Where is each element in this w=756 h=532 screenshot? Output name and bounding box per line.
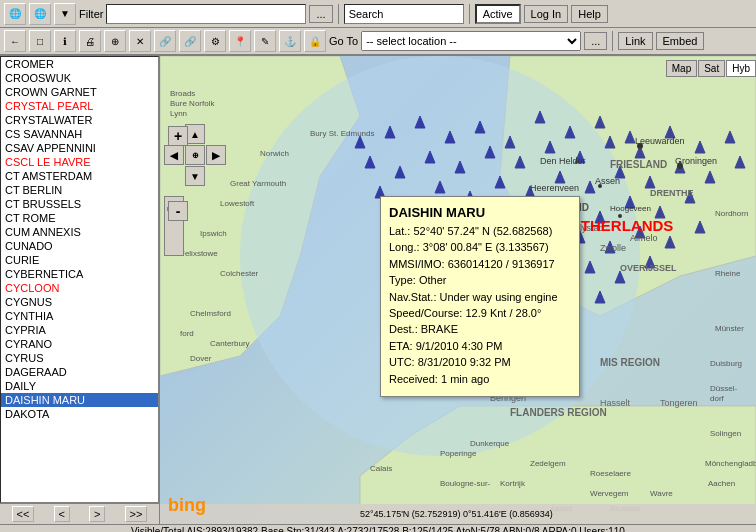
goto-dots-btn[interactable]: ... (584, 32, 607, 50)
svg-text:Nordhorn: Nordhorn (715, 209, 748, 218)
tb2-icon-11[interactable]: ✎ (254, 30, 276, 52)
tb2-icon-10[interactable]: 📍 (229, 30, 251, 52)
list-item[interactable]: DAILY (1, 379, 158, 393)
list-item[interactable]: CT BRUSSELS (1, 197, 158, 211)
sat-btn[interactable]: Sat (698, 60, 725, 77)
tb2-icon-4[interactable]: 🖨 (79, 30, 101, 52)
tb2-icon-9[interactable]: ⚙ (204, 30, 226, 52)
list-item[interactable]: CROOSWUK (1, 71, 158, 85)
svg-text:Felixstowe: Felixstowe (180, 249, 218, 258)
pan-up-btn[interactable]: ▲ (185, 124, 205, 144)
svg-text:Düssel-: Düssel- (710, 384, 737, 393)
list-item[interactable]: CT AMSTERDAM (1, 169, 158, 183)
tb2-icon-13[interactable]: 🔒 (304, 30, 326, 52)
tb2-icon-5[interactable]: ⊕ (104, 30, 126, 52)
tb2-icon-6[interactable]: ✕ (129, 30, 151, 52)
nav-last-btn[interactable]: >> (125, 506, 148, 522)
list-item[interactable]: DAISHIN MARU (1, 393, 158, 407)
svg-text:Chelmsford: Chelmsford (190, 309, 231, 318)
list-item[interactable]: CS SAVANNAH (1, 127, 158, 141)
filter-label: Filter (79, 8, 103, 20)
list-item[interactable]: CSCL LE HAVRE (1, 155, 158, 169)
list-item[interactable]: DAGERAAD (1, 365, 158, 379)
login-btn[interactable]: Log In (524, 5, 569, 23)
list-item[interactable]: CRYSTAL PEARL (1, 99, 158, 113)
map-container[interactable]: Leeuwarden Groningen Assen Hoogeveen Den… (160, 56, 756, 524)
list-item[interactable]: CROMER (1, 57, 158, 71)
list-item[interactable]: CYPRIA (1, 323, 158, 337)
filter-input[interactable] (106, 4, 306, 24)
zoom-in-btn[interactable]: + (168, 126, 188, 146)
list-item[interactable]: CYGNUS (1, 295, 158, 309)
list-item[interactable]: CYRANO (1, 337, 158, 351)
status-line1: Visible/Total AIS:2893/19382 Base Stn:31… (131, 526, 625, 533)
vessel-received: Received: 1 min ago (389, 372, 571, 387)
goto-label: Go To (329, 35, 358, 47)
pan-center-btn[interactable]: ⊕ (185, 145, 205, 165)
pan-down-btn[interactable]: ▼ (185, 166, 205, 186)
list-item[interactable]: CUNADO (1, 239, 158, 253)
tb2-icon-3[interactable]: ℹ (54, 30, 76, 52)
list-item[interactable]: CYRUS (1, 351, 158, 365)
vessel-dest: Dest.: BRAKE (389, 322, 571, 337)
sidebar-list[interactable]: CROMERCROOSWUKCROWN GARNETCRYSTAL PEARLC… (0, 56, 159, 503)
search-input[interactable] (344, 4, 464, 24)
svg-text:Groningen: Groningen (675, 156, 717, 166)
svg-text:OVERIJSSEL: OVERIJSSEL (620, 263, 677, 273)
separator-3 (612, 31, 613, 51)
icon-btn-1[interactable]: 🌐 (4, 3, 26, 25)
svg-text:Norwich: Norwich (260, 149, 289, 158)
list-item[interactable]: CROWN GARNET (1, 85, 158, 99)
list-item[interactable]: CT ROME (1, 211, 158, 225)
svg-text:Münster: Münster (715, 324, 744, 333)
svg-text:Lynn: Lynn (170, 109, 187, 118)
icon-btn-3[interactable]: ▼ (54, 3, 76, 25)
pan-left-btn[interactable]: ◀ (164, 145, 184, 165)
embed-btn[interactable]: Embed (656, 32, 705, 50)
tb2-icon-2[interactable]: □ (29, 30, 51, 52)
pan-right-btn[interactable]: ▶ (206, 145, 226, 165)
zoom-out-btn[interactable]: - (168, 201, 188, 221)
vessel-speed: Speed/Course: 12.9 Knt / 28.0° (389, 306, 571, 321)
bing-logo: bing (168, 495, 206, 516)
vessel-long: Long.: 3°08' 00.84" E (3.133567) (389, 240, 571, 255)
hyb-btn[interactable]: Hyb (726, 60, 756, 77)
list-item[interactable]: CYCLOON (1, 281, 158, 295)
list-item[interactable]: CYBERNETICA (1, 267, 158, 281)
tb2-icon-8[interactable]: 🔗 (179, 30, 201, 52)
svg-text:Hoogeveen: Hoogeveen (610, 204, 651, 213)
list-item[interactable]: CYNTHIA (1, 309, 158, 323)
svg-text:DRENTHE: DRENTHE (650, 188, 694, 198)
nav-prev-btn[interactable]: < (54, 506, 70, 522)
list-item[interactable]: CSAV APPENNINI (1, 141, 158, 155)
filter-dots-btn[interactable]: ... (309, 5, 332, 23)
tb2-icon-1[interactable]: ← (4, 30, 26, 52)
svg-text:Solingen: Solingen (710, 429, 741, 438)
toolbar1: 🌐 🌐 ▼ Filter ... Active Log In Help (0, 0, 756, 28)
location-select[interactable]: -- select location -- (361, 31, 581, 51)
active-btn[interactable]: Active (475, 4, 521, 24)
nav-next-btn[interactable]: > (89, 506, 105, 522)
svg-text:Poperinge: Poperinge (440, 449, 477, 458)
tb2-icon-12[interactable]: ⚓ (279, 30, 301, 52)
svg-text:Aachen: Aachen (708, 479, 735, 488)
icon-btn-2[interactable]: 🌐 (29, 3, 51, 25)
tb2-icon-7[interactable]: 🔗 (154, 30, 176, 52)
list-item[interactable]: CRYSTALWATER (1, 113, 158, 127)
vessel-mmsi: MMSI/IMO: 636014120 / 9136917 (389, 257, 571, 272)
help-btn[interactable]: Help (571, 5, 608, 23)
vessel-eta: ETA: 9/1/2010 4:30 PM (389, 339, 571, 354)
list-item[interactable]: DAKOTA (1, 407, 158, 421)
list-item[interactable]: CUM ANNEXIS (1, 225, 158, 239)
svg-text:Almelo: Almelo (630, 233, 658, 243)
link-btn[interactable]: Link (618, 32, 652, 50)
svg-text:Tongeren: Tongeren (660, 398, 698, 408)
map-type-buttons: Map Sat Hyb (666, 60, 756, 77)
separator-1 (338, 4, 339, 24)
map-btn[interactable]: Map (666, 60, 697, 77)
vessel-type: Type: Other (389, 273, 571, 288)
list-item[interactable]: CURIE (1, 253, 158, 267)
list-item[interactable]: CT BERLIN (1, 183, 158, 197)
svg-text:Great Yarmouth: Great Yarmouth (230, 179, 286, 188)
nav-first-btn[interactable]: << (12, 506, 35, 522)
